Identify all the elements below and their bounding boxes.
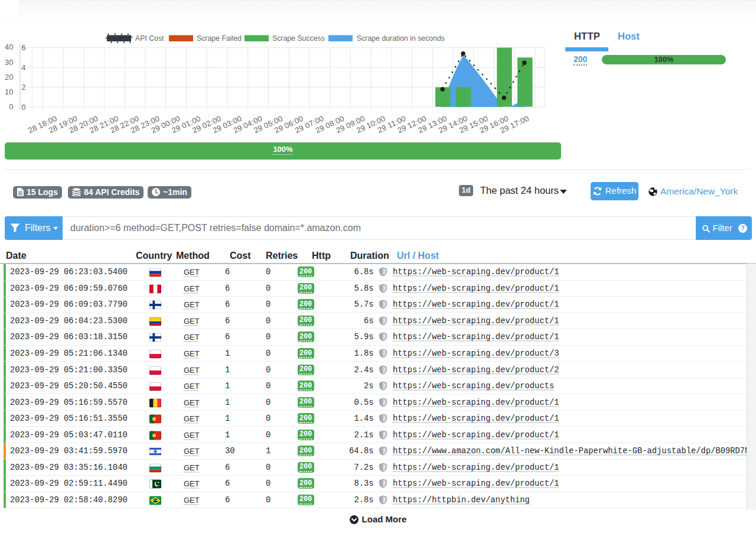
- svg-text:0: 0: [9, 102, 13, 111]
- svg-text:Scrape duration in seconds: Scrape duration in seconds: [357, 34, 445, 43]
- svg-text:API Cost: API Cost: [135, 34, 164, 43]
- svg-text:6: 6: [21, 43, 25, 52]
- svg-text:2: 2: [21, 83, 25, 92]
- svg-text:?: ?: [741, 225, 744, 232]
- svg-text:20: 20: [5, 73, 13, 82]
- svg-text:Scrape Failed: Scrape Failed: [197, 34, 242, 43]
- svg-text:0: 0: [21, 103, 25, 112]
- svg-text:40: 40: [5, 43, 13, 51]
- svg-text:30: 30: [5, 58, 13, 67]
- svg-text:4: 4: [21, 63, 25, 72]
- svg-text:Scrape Success: Scrape Success: [272, 34, 325, 43]
- svg-text:10: 10: [5, 87, 13, 96]
